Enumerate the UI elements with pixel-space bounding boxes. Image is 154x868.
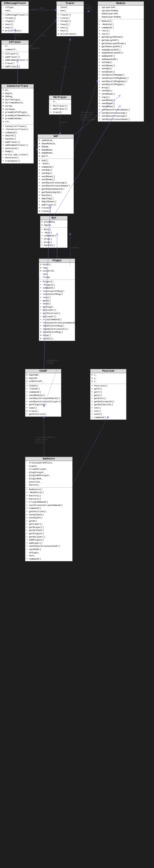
plugin-fields: # binPtr_ # tag_ # uLayerId_ - uid_ - cl… xyxy=(39,263,75,280)
pkttracer-fields: - tr_ xyxy=(49,100,71,104)
plugin-title: Plugin xyxy=(39,259,75,263)
svg-text:b: b xyxy=(34,144,35,146)
box-bin: Bin # preamble_ # depth_ + Bin() + ~Bin(… xyxy=(40,216,68,248)
svg-line-34 xyxy=(34,141,38,151)
cisap-methods: + CISAP() + ~CISAP() + command() + sendM… xyxy=(25,384,61,416)
pkttracer-title: PktTracer xyxy=(49,96,71,100)
bin-methods: + Bin() + ~Bin() + command() + drop() + … xyxy=(40,227,67,248)
svg-text:/upModule_: /upModule_ xyxy=(80,116,92,119)
nodecore-title: NodeCore xyxy=(25,457,72,461)
position-title: Position xyxy=(90,369,126,373)
citracer-fields: - tr_ - commonTr_ xyxy=(1,44,29,52)
box-plugin: Plugin # binPtr_ # tag_ # uLayerId_ - ui… xyxy=(39,258,75,341)
box-cisap: CISAP # depthNC_ # depthP_ # nodeCorePr_… xyxy=(25,369,61,417)
svg-line-8 xyxy=(29,20,56,48)
cimessagetracer-methods: + CIMessageTracer() + format() + cType()… xyxy=(1,13,29,33)
cisap-fields: # depthNC_ # depthP_ # nodeCorePr_ xyxy=(25,373,61,384)
tracer-methods: + Tracer() + trace() + format() + level(… xyxy=(56,13,84,36)
sap-title: SAP xyxy=(38,134,74,138)
citracer-title: CITracer xyxy=(1,40,29,44)
svg-text:next_: next_ xyxy=(85,7,92,9)
svg-text:pktTr_: pktTr_ xyxy=(61,121,70,124)
svg-text:upLayerSAP_: upLayerSAP_ xyxy=(80,114,93,116)
connectortrace-fields: # pt_ # depth_ # debug_ # dirToPlugin_ #… xyxy=(1,88,34,124)
svg-text:/downLayerSAP_: /downLayerSAP_ xyxy=(80,119,97,121)
module-title: Module xyxy=(98,1,144,5)
pkttracer-methods: + PktTracer() + addTracer() + trace() xyxy=(49,104,71,115)
cisap-title: CISAP xyxy=(25,369,61,373)
bin-fields: # preamble_ # depth_ xyxy=(40,220,67,227)
module-methods: + Module() + ~Module() + command() + rec… xyxy=(98,19,144,121)
nodecore-fields: - crossLayerSAPlist_ - nLayer_ - crLayPe… xyxy=(25,461,72,488)
svg-text:tr_: tr_ xyxy=(30,45,34,47)
cimessagetracer-fields: - cIType_ - next_ xyxy=(1,5,29,13)
sap-fields: # upModule_ # downModule_ # depUp_ # dep… xyxy=(38,138,74,159)
svg-text:kITr_: kITr_ xyxy=(16,35,23,37)
sap-methods: + SAP() + ~SAP() + command() + sendUp() … xyxy=(38,159,74,214)
position-fields: # x_ # y_ # z_ xyxy=(90,373,126,384)
svg-text:binPtr_: binPtr_ xyxy=(71,247,81,249)
svg-text:pluginPtr_: pluginPtr_ xyxy=(46,360,60,362)
connectortrace-methods: + ConnectorTrace() + ~ConnectorTrace() +… xyxy=(1,124,34,163)
svg-text:position_: position_ xyxy=(35,441,46,443)
tracer-fields: - level_ - next_ xyxy=(56,5,84,13)
cimessagetracer-title: CIMessageTracer xyxy=(1,1,29,5)
box-module: Module - upLayerSAP_ - upLayerSANum_ - d… xyxy=(98,1,144,122)
nodecore-methods: + NodeCore() + ~NodeCore() + battery() +… xyxy=(25,488,72,561)
box-tracer: Tracer - level_ - next_ + Tracer() + tra… xyxy=(56,1,84,36)
svg-text:nodeCorePr_: nodeCorePr_ xyxy=(35,439,48,441)
tracer-title: Tracer xyxy=(56,1,84,5)
svg-text:commonTr_: commonTr_ xyxy=(30,47,42,50)
box-position: Position # x_ # y_ # z_ + Position() + g… xyxy=(90,369,126,420)
box-sap: SAP # upModule_ # downModule_ # depUp_ #… xyxy=(38,134,74,214)
svg-text:tr_: tr_ xyxy=(43,35,47,37)
svg-text:crossLayerSAPlist_: crossLayerSAPlist_ xyxy=(35,436,57,438)
svg-line-16 xyxy=(74,80,98,151)
svg-text:next_: next_ xyxy=(39,7,46,9)
svg-text:/downModule_: /downModule_ xyxy=(80,111,95,114)
box-nodecore: NodeCore - crossLayerSAPlist_ - nLayer_ … xyxy=(25,457,73,561)
position-methods: + Position() + getX() + getY() + getZ() … xyxy=(90,384,126,420)
box-citracer: CITracer - tr_ - commonTr_ + CITracer() … xyxy=(1,40,29,69)
box-pkttracer: PktTracer - tr_ + PktTracer() + addTrace… xyxy=(49,95,71,115)
connectortrace-title: ConnectorTrace xyxy=(1,84,34,88)
citracer-methods: + CITracer() + addTracer() + addCommonTr… xyxy=(1,52,29,69)
svg-text:clsap_: clsap_ xyxy=(46,362,54,365)
svg-line-11 xyxy=(60,39,70,95)
box-cimessagetracer: CIMessageTracer - cIType_ - next_ + CIMe… xyxy=(1,1,29,33)
bin-title: Bin xyxy=(40,216,67,220)
box-connectortrace: ConnectorTrace # pt_ # depth_ # debug_ #… xyxy=(1,84,34,164)
plugin-methods: + Plugin() + ~Plugin() + command() + rec… xyxy=(39,280,75,341)
svg-line-33 xyxy=(73,416,108,484)
uml-diagram: CIMessageTracer - cIType_ - next_ + CIMe… xyxy=(0,0,154,868)
svg-text:tr_: tr_ xyxy=(63,66,67,68)
svg-text:next_: next_ xyxy=(31,8,38,11)
module-fields: - upLayerSAP_ - upLayerSANum_ - downLaye… xyxy=(98,5,144,19)
